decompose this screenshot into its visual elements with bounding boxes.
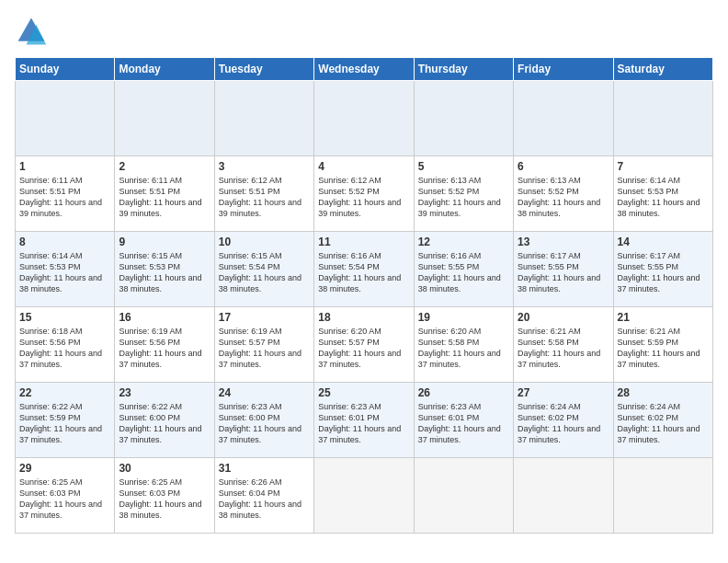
table-row [314, 81, 414, 156]
table-row: 3 Sunrise: 6:12 AMSunset: 5:51 PMDayligh… [214, 156, 313, 232]
table-row: 14 Sunrise: 6:17 AMSunset: 5:55 PMDaylig… [613, 232, 712, 307]
day-number: 7 [618, 160, 709, 173]
table-row [613, 458, 712, 534]
table-row [613, 81, 712, 156]
table-row: 10 Sunrise: 6:15 AMSunset: 5:54 PMDaylig… [214, 232, 313, 307]
table-row: 15 Sunrise: 6:18 AMSunset: 5:56 PMDaylig… [16, 307, 115, 383]
table-row: 25 Sunrise: 6:23 AMSunset: 6:01 PMDaylig… [314, 383, 414, 458]
cell-text: Sunrise: 6:12 AMSunset: 5:51 PMDaylight:… [219, 176, 301, 218]
cell-text: Sunrise: 6:21 AMSunset: 5:59 PMDaylight:… [618, 327, 700, 369]
day-number: 9 [119, 236, 210, 248]
day-number: 6 [518, 160, 609, 173]
col-monday: Monday [115, 58, 214, 81]
table-row: 11 Sunrise: 6:16 AMSunset: 5:54 PMDaylig… [314, 232, 414, 307]
cell-text: Sunrise: 6:22 AMSunset: 6:00 PMDaylight:… [119, 402, 201, 444]
cell-text: Sunrise: 6:21 AMSunset: 5:58 PMDaylight:… [518, 327, 600, 369]
table-row: 17 Sunrise: 6:19 AMSunset: 5:57 PMDaylig… [214, 307, 313, 383]
cell-text: Sunrise: 6:23 AMSunset: 6:01 PMDaylight:… [418, 402, 501, 444]
day-number: 15 [19, 311, 110, 324]
table-row: 2 Sunrise: 6:11 AMSunset: 5:51 PMDayligh… [115, 156, 214, 232]
table-row: 5 Sunrise: 6:13 AMSunset: 5:52 PMDayligh… [414, 156, 513, 232]
table-row: 31 Sunrise: 6:26 AMSunset: 6:04 PMDaylig… [214, 458, 313, 534]
cell-text: Sunrise: 6:18 AMSunset: 5:56 PMDaylight:… [19, 327, 102, 369]
day-number: 11 [318, 236, 409, 248]
day-number: 26 [418, 386, 509, 399]
cell-text: Sunrise: 6:17 AMSunset: 5:55 PMDaylight:… [518, 251, 600, 293]
calendar-week-row: 22 Sunrise: 6:22 AMSunset: 5:59 PMDaylig… [16, 383, 713, 458]
day-number: 24 [219, 386, 310, 399]
calendar-week-row: 1 Sunrise: 6:11 AMSunset: 5:51 PMDayligh… [16, 156, 713, 232]
col-saturday: Saturday [613, 58, 712, 81]
day-number: 16 [119, 311, 210, 324]
cell-text: Sunrise: 6:22 AMSunset: 5:59 PMDaylight:… [19, 402, 102, 444]
table-row: 26 Sunrise: 6:23 AMSunset: 6:01 PMDaylig… [414, 383, 513, 458]
day-number: 19 [418, 311, 509, 324]
table-row: 1 Sunrise: 6:11 AMSunset: 5:51 PMDayligh… [16, 156, 115, 232]
cell-text: Sunrise: 6:26 AMSunset: 6:04 PMDaylight:… [219, 477, 301, 520]
day-number: 27 [518, 386, 609, 399]
table-row: 7 Sunrise: 6:14 AMSunset: 5:53 PMDayligh… [613, 156, 712, 232]
table-row [115, 81, 214, 156]
day-number: 21 [618, 311, 709, 324]
day-number: 18 [318, 311, 409, 324]
calendar-week-row: 8 Sunrise: 6:14 AMSunset: 5:53 PMDayligh… [16, 232, 713, 307]
col-friday: Friday [514, 58, 613, 81]
col-tuesday: Tuesday [214, 58, 313, 81]
day-number: 20 [518, 311, 609, 324]
logo [15, 15, 51, 48]
day-number: 25 [318, 386, 409, 399]
day-number: 31 [219, 462, 310, 475]
day-number: 4 [318, 160, 409, 173]
cell-text: Sunrise: 6:19 AMSunset: 5:57 PMDaylight:… [219, 327, 301, 369]
table-row: 12 Sunrise: 6:16 AMSunset: 5:55 PMDaylig… [414, 232, 513, 307]
day-number: 1 [19, 160, 110, 173]
cell-text: Sunrise: 6:14 AMSunset: 5:53 PMDaylight:… [618, 176, 700, 218]
cell-text: Sunrise: 6:20 AMSunset: 5:58 PMDaylight:… [418, 327, 501, 369]
table-row: 22 Sunrise: 6:22 AMSunset: 5:59 PMDaylig… [16, 383, 115, 458]
table-row: 20 Sunrise: 6:21 AMSunset: 5:58 PMDaylig… [514, 307, 613, 383]
table-row: 21 Sunrise: 6:21 AMSunset: 5:59 PMDaylig… [613, 307, 712, 383]
page: Sunday Monday Tuesday Wednesday Thursday… [0, 0, 728, 563]
calendar-week-row [16, 81, 713, 156]
header [15, 15, 713, 48]
table-row: 18 Sunrise: 6:20 AMSunset: 5:57 PMDaylig… [314, 307, 414, 383]
col-sunday: Sunday [16, 58, 115, 81]
day-number: 30 [119, 462, 210, 475]
table-row: 24 Sunrise: 6:23 AMSunset: 6:00 PMDaylig… [214, 383, 313, 458]
cell-text: Sunrise: 6:11 AMSunset: 5:51 PMDaylight:… [19, 176, 102, 218]
table-row: 16 Sunrise: 6:19 AMSunset: 5:56 PMDaylig… [115, 307, 214, 383]
cell-text: Sunrise: 6:20 AMSunset: 5:57 PMDaylight:… [318, 327, 401, 369]
cell-text: Sunrise: 6:24 AMSunset: 6:02 PMDaylight:… [618, 402, 700, 444]
table-row: 19 Sunrise: 6:20 AMSunset: 5:58 PMDaylig… [414, 307, 513, 383]
col-thursday: Thursday [414, 58, 513, 81]
day-number: 22 [19, 386, 110, 399]
table-row: 8 Sunrise: 6:14 AMSunset: 5:53 PMDayligh… [16, 232, 115, 307]
day-number: 28 [618, 386, 709, 399]
col-wednesday: Wednesday [314, 58, 414, 81]
day-number: 2 [119, 160, 210, 173]
calendar-week-row: 29 Sunrise: 6:25 AMSunset: 6:03 PMDaylig… [16, 458, 713, 534]
cell-text: Sunrise: 6:11 AMSunset: 5:51 PMDaylight:… [119, 176, 201, 218]
cell-text: Sunrise: 6:24 AMSunset: 6:02 PMDaylight:… [518, 402, 600, 444]
table-row: 9 Sunrise: 6:15 AMSunset: 5:53 PMDayligh… [115, 232, 214, 307]
cell-text: Sunrise: 6:13 AMSunset: 5:52 PMDaylight:… [518, 176, 600, 218]
cell-text: Sunrise: 6:19 AMSunset: 5:56 PMDaylight:… [119, 327, 201, 369]
cell-text: Sunrise: 6:25 AMSunset: 6:03 PMDaylight:… [119, 477, 201, 520]
cell-text: Sunrise: 6:23 AMSunset: 6:00 PMDaylight:… [219, 402, 301, 444]
cell-text: Sunrise: 6:13 AMSunset: 5:52 PMDaylight:… [418, 176, 501, 218]
cell-text: Sunrise: 6:25 AMSunset: 6:03 PMDaylight:… [19, 477, 102, 520]
calendar-header-row: Sunday Monday Tuesday Wednesday Thursday… [16, 58, 713, 81]
table-row: 6 Sunrise: 6:13 AMSunset: 5:52 PMDayligh… [514, 156, 613, 232]
table-row: 23 Sunrise: 6:22 AMSunset: 6:00 PMDaylig… [115, 383, 214, 458]
cell-text: Sunrise: 6:15 AMSunset: 5:54 PMDaylight:… [219, 251, 301, 293]
table-row [16, 81, 115, 156]
table-row: 13 Sunrise: 6:17 AMSunset: 5:55 PMDaylig… [514, 232, 613, 307]
cell-text: Sunrise: 6:23 AMSunset: 6:01 PMDaylight:… [318, 402, 401, 444]
calendar-table: Sunday Monday Tuesday Wednesday Thursday… [15, 57, 713, 534]
day-number: 12 [418, 236, 509, 248]
table-row: 28 Sunrise: 6:24 AMSunset: 6:02 PMDaylig… [613, 383, 712, 458]
table-row: 27 Sunrise: 6:24 AMSunset: 6:02 PMDaylig… [514, 383, 613, 458]
cell-text: Sunrise: 6:16 AMSunset: 5:55 PMDaylight:… [418, 251, 501, 293]
day-number: 29 [19, 462, 110, 475]
table-row: 30 Sunrise: 6:25 AMSunset: 6:03 PMDaylig… [115, 458, 214, 534]
